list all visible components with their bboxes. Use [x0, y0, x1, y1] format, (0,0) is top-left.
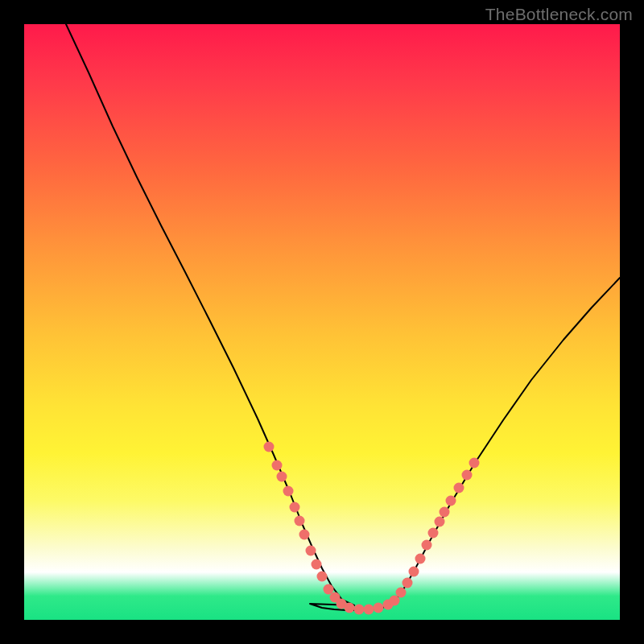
- highlight-dot: [264, 442, 275, 452]
- highlight-dot: [295, 516, 305, 526]
- highlight-dot: [272, 460, 283, 471]
- bottleneck-curve: [66, 24, 620, 610]
- highlight-dot: [446, 496, 456, 506]
- highlight-dot: [454, 483, 464, 493]
- highlight-dot: [428, 528, 439, 539]
- highlight-dot: [299, 530, 310, 540]
- highlight-dot: [422, 540, 432, 551]
- highlight-dot: [409, 567, 419, 577]
- highlight-dot: [364, 605, 374, 615]
- highlight-dot: [462, 470, 473, 481]
- highlight-dot: [469, 458, 480, 469]
- highlight-dot: [435, 517, 445, 527]
- highlight-dot: [345, 603, 355, 613]
- highlight-dot: [396, 588, 407, 598]
- chart-plot-area: [24, 24, 620, 620]
- highlight-dot: [354, 605, 365, 615]
- watermark-text: TheBottleneck.com: [485, 5, 633, 24]
- highlight-dot: [374, 603, 384, 613]
- highlight-dot: [415, 554, 426, 564]
- highlight-markers: [264, 442, 480, 615]
- highlight-dot: [317, 572, 328, 582]
- highlight-dot: [312, 559, 322, 570]
- highlight-dot: [306, 546, 316, 556]
- highlight-dot: [440, 507, 450, 518]
- curve-paths: [66, 24, 620, 610]
- curve-svg: [24, 24, 620, 620]
- highlight-dot: [290, 502, 300, 513]
- highlight-dot: [277, 472, 287, 482]
- highlight-dot: [402, 578, 413, 588]
- highlight-dot: [283, 486, 294, 497]
